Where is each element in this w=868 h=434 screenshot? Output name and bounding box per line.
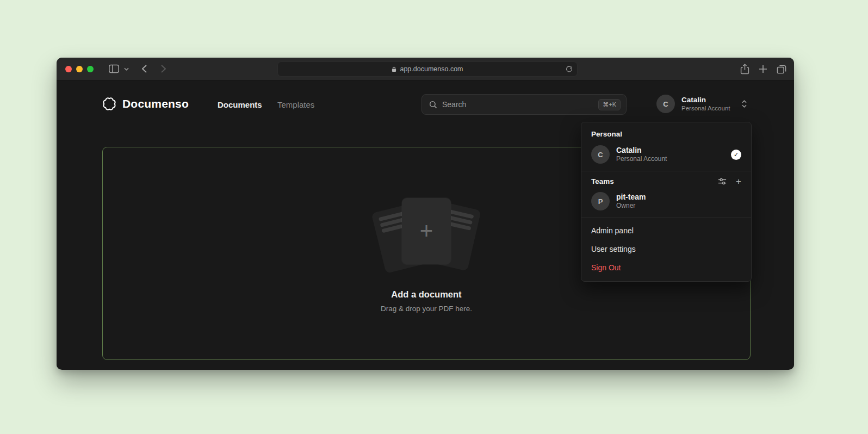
browser-window: app.documenso.com [57, 58, 794, 370]
reload-icon[interactable] [566, 65, 573, 75]
back-button[interactable] [142, 65, 147, 73]
manage-teams-icon[interactable] [718, 177, 727, 185]
create-team-icon[interactable]: + [736, 177, 741, 186]
account-type: Personal Account [681, 104, 730, 112]
menu-divider [581, 171, 751, 171]
menu-item-sign-out[interactable]: Sign Out [586, 258, 747, 277]
documenso-logo-icon [102, 97, 116, 111]
zoom-window-button[interactable] [87, 66, 94, 72]
team-name: pit-team [616, 193, 646, 202]
plus-icon: + [420, 220, 433, 243]
account-name: Catalin [681, 96, 730, 104]
illustration-card-center: + [402, 198, 451, 264]
account-avatar: C [656, 95, 675, 113]
app-content: Documenso Documents Templates ⌘+K C Cata… [57, 80, 794, 369]
browser-toolbar: app.documenso.com [57, 58, 794, 80]
new-tab-icon[interactable] [759, 65, 767, 73]
sidebar-chevron-down-icon[interactable] [124, 67, 129, 71]
dropzone-subtitle: Drag & drop your PDF here. [381, 305, 472, 313]
menu-divider [581, 218, 751, 218]
menu-item-admin-panel[interactable]: Admin panel [586, 221, 747, 240]
brand-name: Documenso [122, 97, 189, 110]
window-controls [65, 66, 94, 72]
personal-section-label: Personal [586, 127, 747, 141]
dropzone-title: Add a document [391, 289, 461, 300]
tab-overview-icon[interactable] [777, 65, 786, 74]
lock-icon [392, 66, 396, 72]
chevrons-up-down-icon [741, 100, 747, 108]
personal-account-item[interactable]: C Catalin Personal Account ✓ [586, 141, 747, 168]
minimize-window-button[interactable] [76, 66, 83, 72]
selected-check-icon: ✓ [731, 150, 741, 160]
close-window-button[interactable] [65, 66, 72, 72]
personal-account-name: Catalin [616, 146, 667, 155]
address-text: app.documenso.com [400, 65, 463, 73]
nav-documents[interactable]: Documents [218, 99, 262, 111]
teams-section-label: Teams [591, 177, 614, 185]
brand-logo[interactable]: Documenso [102, 97, 189, 111]
search-icon [429, 101, 437, 109]
sidebar-toggle-icon[interactable] [109, 64, 119, 73]
address-bar[interactable]: app.documenso.com [277, 61, 578, 77]
account-dropdown-menu: Personal C Catalin Personal Account ✓ Te… [581, 122, 752, 282]
team-avatar: P [591, 192, 610, 210]
nav-templates[interactable]: Templates [277, 99, 314, 111]
search-shortcut-badge: ⌘+K [598, 99, 621, 110]
personal-account-avatar: C [591, 145, 610, 164]
share-icon[interactable] [740, 64, 749, 75]
team-role: Owner [616, 202, 646, 210]
teams-section-header: Teams + [586, 175, 747, 188]
team-item[interactable]: P pit-team Owner [586, 188, 747, 214]
menu-item-user-settings[interactable]: User settings [586, 240, 747, 258]
search-input[interactable] [442, 100, 593, 109]
documents-illustration: + [369, 195, 483, 277]
forward-button[interactable] [161, 65, 166, 73]
personal-account-type: Personal Account [616, 155, 667, 163]
account-menu-trigger[interactable]: C Catalin Personal Account [656, 95, 747, 113]
search-box[interactable]: ⌘+K [421, 94, 627, 115]
